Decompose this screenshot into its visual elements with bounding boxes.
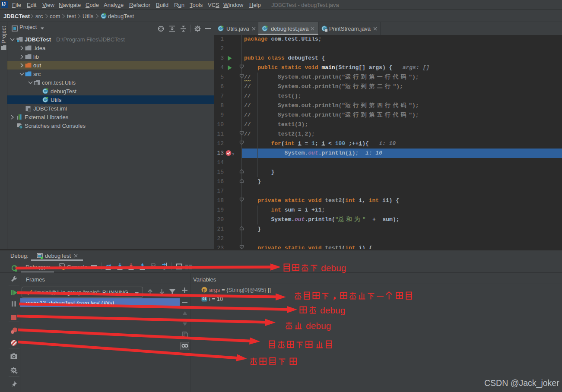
svg-text:debug: debug <box>321 263 346 273</box>
svg-text:debug: debug <box>306 321 331 331</box>
svg-text:debug: debug <box>320 305 345 315</box>
